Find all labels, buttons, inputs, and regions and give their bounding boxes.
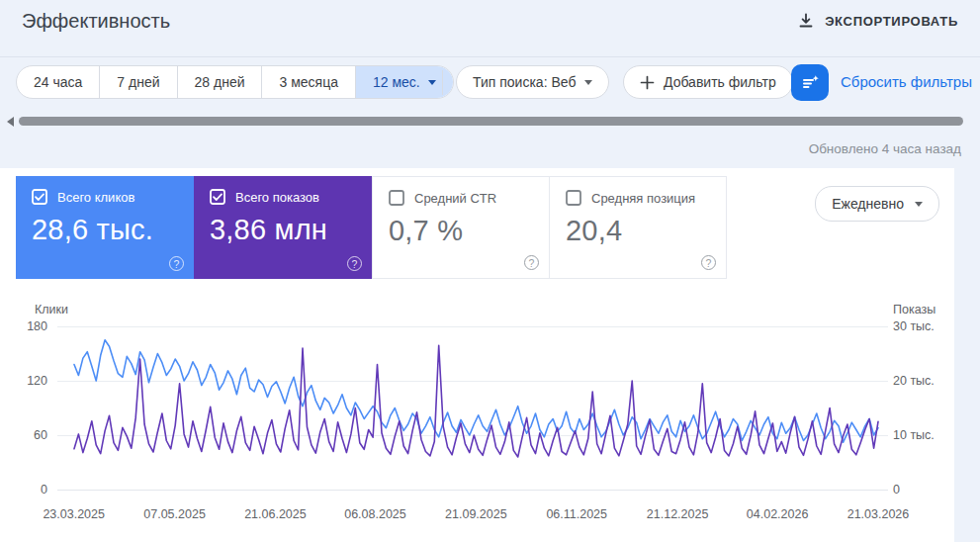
filter-settings-button[interactable] <box>791 64 829 101</box>
range-label: 7 дней <box>117 74 159 90</box>
page-title: Эффективность <box>22 10 170 33</box>
range-label: 24 часа <box>34 74 82 90</box>
plus-icon <box>640 75 655 90</box>
x-tick: 06.11.2025 <box>546 507 607 521</box>
granularity-label: Ежедневно <box>832 196 904 212</box>
horizontal-scrollbar[interactable] <box>19 117 963 126</box>
metric-label: Всего показов <box>235 190 319 205</box>
x-tick: 21.03.2026 <box>847 507 910 521</box>
x-tick: 21.09.2025 <box>445 507 507 521</box>
updated-status: Обновлено 4 часа назад <box>809 141 961 156</box>
metric-value: 20,4 <box>566 215 710 247</box>
x-axis-labels: 23.03.2025 07.05.2025 21.06.2025 06.08.2… <box>57 507 883 523</box>
metric-card-ctr[interactable]: Средний CTR 0,7 % <box>372 176 550 279</box>
granularity-dropdown[interactable]: Ежедневно <box>815 186 939 222</box>
metric-card-impressions[interactable]: Всего показов 3,86 млн <box>194 176 372 279</box>
chart-lines[interactable] <box>57 326 883 490</box>
x-tick: 06.08.2025 <box>344 507 406 521</box>
range-28d[interactable]: 28 дней <box>178 66 263 98</box>
checkbox-checked-icon[interactable] <box>210 189 225 205</box>
download-icon <box>798 13 814 29</box>
metric-card-position[interactable]: Средняя позиция 20,4 <box>549 176 727 279</box>
chevron-down-icon <box>428 80 436 85</box>
left-axis-title: Клики <box>35 303 68 316</box>
x-tick: 21.12.2025 <box>647 507 709 521</box>
range-3m[interactable]: 3 месяца <box>262 66 355 98</box>
help-icon[interactable] <box>524 255 539 270</box>
metric-label: Средняя позиция <box>591 191 695 206</box>
date-range-selector: 24 часа 7 дней 28 дней 3 месяца 12 мес. <box>16 65 454 99</box>
metric-label: Средний CTR <box>414 191 496 206</box>
y-right-tick: 0 <box>893 483 900 497</box>
range-label: 28 дней <box>195 74 245 90</box>
y-left-tick: 120 <box>0 374 47 388</box>
chevron-down-icon <box>584 80 592 85</box>
y-left-tick: 180 <box>0 319 47 333</box>
range-label: 12 мес. <box>373 74 420 90</box>
range-7d[interactable]: 7 дней <box>100 66 177 98</box>
search-type-filter[interactable]: Тип поиска: Веб <box>456 65 609 99</box>
y-left-tick: 60 <box>0 428 47 442</box>
metric-value: 28,6 тыс. <box>32 214 178 246</box>
metric-value: 0,7 % <box>389 215 533 247</box>
export-label: ЭКСПОРТИРОВАТЬ <box>825 14 958 29</box>
x-tick: 21.06.2025 <box>244 507 307 521</box>
right-axis-title: Показы <box>893 303 935 316</box>
help-icon[interactable] <box>169 256 184 271</box>
chevron-down-icon <box>915 202 923 207</box>
help-icon[interactable] <box>347 256 362 271</box>
x-tick: 04.02.2026 <box>747 507 809 521</box>
gridline <box>57 490 888 491</box>
add-filter-label: Добавить фильтр <box>664 74 776 90</box>
checkbox-unchecked-icon[interactable] <box>389 190 404 206</box>
metric-value: 3,86 млн <box>210 214 356 246</box>
y-right-tick: 30 тыс. <box>893 319 935 333</box>
checkbox-unchecked-icon[interactable] <box>566 190 581 206</box>
performance-chart: Клики Показы 180 120 60 0 30 тыс. 20 тыс… <box>0 297 954 542</box>
metric-label: Всего кликов <box>57 190 134 205</box>
header-divider <box>0 56 980 57</box>
range-24h[interactable]: 24 часа <box>17 66 100 98</box>
metric-card-clicks[interactable]: Всего кликов 28,6 тыс. <box>16 176 194 279</box>
performance-panel: Всего кликов 28,6 тыс. Всего показов 3,8… <box>0 168 954 542</box>
filter-sparkle-icon <box>800 72 821 93</box>
y-right-tick: 20 тыс. <box>893 374 935 388</box>
add-filter-button[interactable]: Добавить фильтр <box>623 65 793 99</box>
x-tick: 07.05.2025 <box>143 507 206 521</box>
range-label: 3 месяца <box>279 74 337 90</box>
checkbox-checked-icon[interactable] <box>32 189 47 205</box>
range-12m-selected[interactable]: 12 мес. <box>356 66 453 98</box>
y-left-tick: 0 <box>0 483 47 497</box>
x-tick: 23.03.2025 <box>43 507 105 521</box>
y-right-tick: 10 тыс. <box>893 428 935 442</box>
filters-separator <box>442 70 443 95</box>
reset-filters-link[interactable]: Сбросить фильтры <box>841 73 972 90</box>
export-button[interactable]: ЭКСПОРТИРОВАТЬ <box>796 9 960 33</box>
scrollbar-left-arrow-icon[interactable] <box>7 117 14 127</box>
impressions-line <box>74 345 878 457</box>
help-icon[interactable] <box>701 255 716 270</box>
search-type-label: Тип поиска: Веб <box>473 74 576 90</box>
